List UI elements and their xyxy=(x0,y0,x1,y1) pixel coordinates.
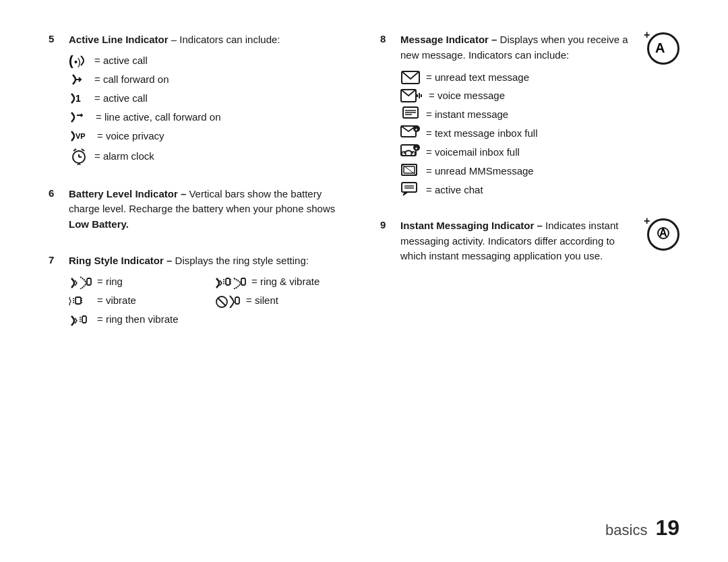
section-5-indicators: ( •) = active call xyxy=(69,53,348,165)
section-6-body: Battery Level Indicator – Vertical bars … xyxy=(69,187,348,232)
silent-icon xyxy=(214,293,241,308)
section-5-title-rest: – Indicators can include: xyxy=(169,34,280,45)
vibrate-text: = vibrate xyxy=(97,293,136,307)
vibrate-icon xyxy=(69,293,92,308)
page-footer: basics 19 xyxy=(605,516,679,540)
indicator-alarm: = alarm clock xyxy=(69,148,348,165)
indicator-unread-text: = unread text message xyxy=(400,70,679,84)
section-5-title: Active Line Indicator – Indicators can i… xyxy=(69,32,348,48)
section-7-title-rest: Displays the ring style setting: xyxy=(172,255,309,266)
ring-vibrate-indicator: = ring & vibrate xyxy=(214,274,348,289)
envelope-icon xyxy=(400,71,421,84)
ring-then-vibrate-icon xyxy=(69,312,92,327)
section-7-number: 7 xyxy=(49,254,61,327)
section-8-body: Message Indicator – Displays when you re… xyxy=(400,32,679,197)
phone-line-fwd-icon xyxy=(69,110,90,125)
instant-msg-icon xyxy=(400,106,421,121)
indicator-mms-label: = unread MMSmessage xyxy=(426,164,534,178)
indicator-call-forward-text: = call forward on xyxy=(94,72,169,86)
section-7-body: Ring Style Indicator – Displays the ring… xyxy=(69,253,348,327)
svg-text:+: + xyxy=(415,127,418,132)
svg-text:1: 1 xyxy=(75,93,81,104)
section-5-title-bold: Active Line Indicator xyxy=(69,34,169,45)
indicator-active-call2-text: = active call xyxy=(94,91,148,105)
section-6-low-battery: Low Battery. xyxy=(69,218,129,230)
section-8-indicators: = unread text message xyxy=(400,70,679,197)
svg-rect-30 xyxy=(82,316,86,323)
footer-number: 19 xyxy=(655,516,679,540)
ring-text: = ring xyxy=(97,274,123,288)
indicator-voice-msg-label: = voice message xyxy=(429,88,505,102)
svg-text:A: A xyxy=(655,40,665,55)
indicator-call-forward: = call forward on xyxy=(69,72,348,87)
envelope-mms-icon xyxy=(400,163,421,178)
section-8-header: Message Indicator – Displays when you re… xyxy=(400,32,679,65)
svg-text:VP: VP xyxy=(75,132,86,140)
section-9: 9 Instant Messaging Indicator – Indicate… xyxy=(380,218,679,264)
phone-active2-icon: 1 xyxy=(69,91,89,106)
svg-text:•): •) xyxy=(74,57,81,67)
section-8-title-bold: Message Indicator – xyxy=(400,34,497,45)
page-content: 5 Active Line Indicator – Indicators can… xyxy=(0,0,728,562)
voicemail-full-icon: + xyxy=(400,144,421,159)
silent-indicator: = silent xyxy=(214,293,348,308)
indicator-alarm-text: = alarm clock xyxy=(94,149,154,163)
svg-rect-12 xyxy=(226,278,230,285)
indicator-active-call2: 1 = active call xyxy=(69,91,348,106)
section-6: 6 Battery Level Indicator – Vertical bar… xyxy=(49,187,348,232)
ring-indicator: = ring xyxy=(69,274,203,289)
section-9-number: 9 xyxy=(380,219,392,264)
ring-icon xyxy=(69,274,92,289)
section-9-title: Instant Messaging Indicator – Indicates … xyxy=(400,218,642,264)
im-indicator-corner-icon: + A xyxy=(647,218,679,251)
indicator-voice-msg: = voice message xyxy=(400,88,679,102)
svg-rect-20 xyxy=(75,297,81,304)
indicator-instant-msg: = instant message xyxy=(400,106,679,121)
alarm-clock-icon xyxy=(69,148,89,165)
svg-rect-29 xyxy=(235,297,239,304)
section-9-title-bold: Instant Messaging Indicator – xyxy=(400,220,543,231)
section-7: 7 Ring Style Indicator – Displays the ri… xyxy=(49,253,348,327)
message-indicator-corner-icon: + A xyxy=(647,32,679,65)
envelope-full-icon: + xyxy=(400,125,421,140)
section-6-title-bold: Battery Level Indicator – xyxy=(69,188,186,199)
ring-vibrate-icon xyxy=(214,274,246,289)
phone-active-icon: ( •) xyxy=(69,53,89,68)
indicator-voicemail-full: + = voicemail inbox full xyxy=(400,144,679,159)
silent-text: = silent xyxy=(246,293,278,307)
right-column: 8 Message Indicator – Displays when you … xyxy=(380,32,679,530)
ring-vibrate-text: = ring & vibrate xyxy=(251,274,320,288)
section-7-title: Ring Style Indicator – Displays the ring… xyxy=(69,253,348,269)
indicator-instant-msg-label: = instant message xyxy=(426,107,508,121)
section-9-body: Instant Messaging Indicator – Indicates … xyxy=(400,218,679,264)
indicator-voicemail-full-label: = voicemail inbox full xyxy=(426,145,520,159)
svg-text:+: + xyxy=(415,146,418,151)
ring-then-vibrate-indicator: = ring then vibrate xyxy=(69,312,203,327)
indicator-line-fwd: = line active, call forward on xyxy=(69,110,348,125)
section-5-number: 5 xyxy=(49,33,61,165)
indicator-unread-text-label: = unread text message xyxy=(426,70,529,84)
section-6-title: Battery Level Indicator – Vertical bars … xyxy=(69,187,348,232)
section-5-body: Active Line Indicator – Indicators can i… xyxy=(69,32,348,165)
indicator-inbox-full: + = text message inbox full xyxy=(400,125,679,140)
vibrate-indicator: = vibrate xyxy=(69,293,203,308)
section-8: 8 Message Indicator – Displays when you … xyxy=(380,32,679,197)
indicator-line-fwd-text: = line active, call forward on xyxy=(96,110,221,124)
envelope-voice-icon xyxy=(400,89,423,102)
ring-then-vibrate-text: = ring then vibrate xyxy=(97,312,179,326)
plus-icon: + xyxy=(644,29,650,41)
svg-text:(: ( xyxy=(69,53,73,68)
section-5: 5 Active Line Indicator – Indicators can… xyxy=(49,32,348,165)
svg-rect-55 xyxy=(402,183,417,192)
section-8-number: 8 xyxy=(380,33,392,197)
chat-active-icon xyxy=(400,182,421,197)
svg-line-8 xyxy=(82,149,84,151)
indicator-inbox-full-label: = text message inbox full xyxy=(426,126,538,140)
indicator-voice-privacy: VP = voice privacy xyxy=(69,129,348,144)
phone-forward-icon xyxy=(69,72,89,87)
indicator-active-chat-label: = active chat xyxy=(426,183,483,197)
svg-line-28 xyxy=(218,298,226,306)
indicator-voice-privacy-text: = voice privacy xyxy=(97,129,164,143)
section-7-title-bold: Ring Style Indicator – xyxy=(69,255,172,266)
svg-line-7 xyxy=(73,149,76,151)
